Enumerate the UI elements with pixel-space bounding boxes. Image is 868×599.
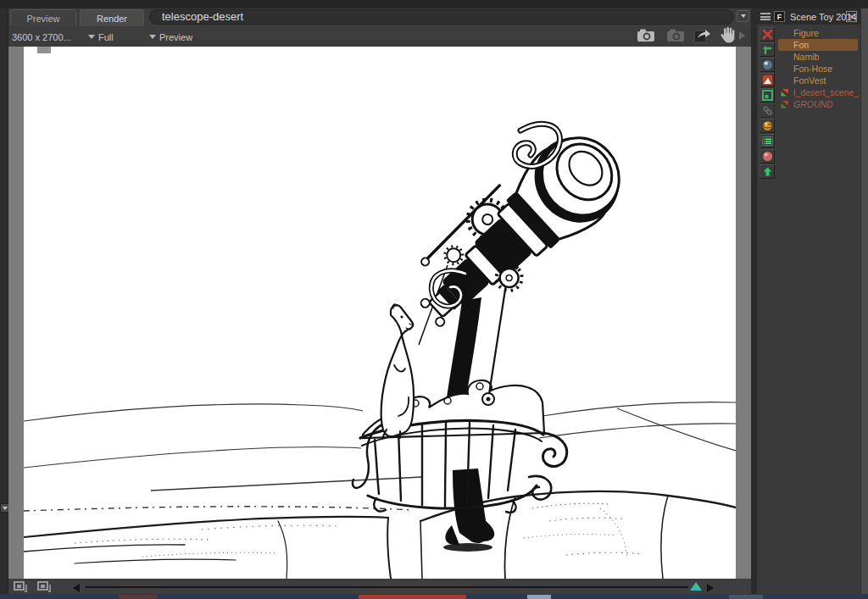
render-canvas[interactable] (24, 47, 736, 579)
window-top-strip (0, 0, 868, 8)
steampunk-telescope (394, 114, 637, 348)
title-dropdown-button[interactable] (737, 10, 749, 22)
canvas-right-scroll-strip[interactable] (736, 47, 751, 579)
preview-mode-label: Preview (159, 32, 192, 42)
scene-item-label: l_desert_scene_1 (793, 87, 864, 97)
rock-texture (75, 503, 643, 559)
export-button[interactable] (692, 26, 712, 43)
pink-sphere-icon (762, 151, 773, 162)
taskbar-segment-light (527, 595, 551, 599)
zoom-mode-label: Full (98, 32, 114, 42)
render-title-input[interactable] (149, 9, 734, 25)
scene-tool-column (758, 27, 777, 180)
image-mountain-icon (762, 75, 773, 86)
chevron-down-icon (741, 14, 746, 18)
scene-item-namib[interactable]: Namib (778, 51, 858, 63)
taskbar-segment-gray (729, 595, 763, 599)
scene-item-figure[interactable]: Figure (778, 27, 858, 39)
scene-item-list: Figure Fon Namib Fon-Hose FonVest l_dese… (778, 27, 858, 110)
camera-disabled-icon (666, 28, 685, 42)
tool-sphere-ring-button[interactable] (760, 119, 775, 133)
image-plane-icon (781, 88, 789, 97)
app-f-icon: F (774, 11, 785, 22)
tool-list-button[interactable] (760, 134, 775, 148)
chevron-down-icon (149, 35, 156, 39)
tool-sphere-pink-button[interactable] (760, 149, 775, 164)
scene-item-label: FonVest (793, 75, 826, 86)
preview-mode-dropdown[interactable]: Preview (149, 31, 192, 42)
timeline-scroll-thumb[interactable] (690, 582, 702, 591)
scene-item-fonvest[interactable]: FonVest (778, 75, 858, 86)
layout-split-view-button[interactable] (37, 581, 52, 592)
scene-item-label: Namib (793, 52, 819, 62)
tab-preview[interactable]: Preview (10, 9, 76, 26)
scene-item-fon[interactable]: Fon (778, 39, 858, 51)
scene-panel-header: F Scene Toy 2014 ✕ (757, 8, 860, 25)
scene-item-label: GROUND (793, 99, 833, 109)
actor-ball-icon (781, 29, 789, 37)
list-icon (762, 136, 773, 147)
camera-icon (637, 28, 655, 42)
actor-ball-icon (781, 53, 789, 61)
sphere-ring-icon (762, 120, 773, 131)
tab-render[interactable]: Render (80, 9, 144, 26)
pan-tool-button[interactable] (716, 26, 737, 43)
corner-arrow-icon (762, 44, 773, 55)
delete-x-icon (762, 29, 773, 40)
foreground-rocks (24, 491, 736, 579)
tool-delete-button[interactable] (760, 27, 775, 42)
tool-link-button-disabled (760, 103, 775, 118)
tool-image-button[interactable] (760, 73, 775, 87)
pan-hand-icon (719, 26, 735, 43)
frame-icon (762, 90, 773, 101)
menu-icon[interactable] (760, 13, 771, 20)
tool-arrow-up-button[interactable] (760, 164, 775, 179)
link-icon (762, 105, 773, 116)
toolbar-next-arrow[interactable] (739, 31, 745, 40)
tool-sphere-button[interactable] (760, 58, 775, 72)
window-shadow (25, 585, 27, 592)
tool-frame-button[interactable] (760, 88, 775, 103)
scene-item-label: Fon (793, 40, 809, 50)
canvas-corner-box (37, 47, 51, 53)
render-artwork (24, 47, 736, 579)
scroll-left-arrow[interactable] (73, 584, 80, 592)
image-plane-dim-icon (781, 100, 789, 108)
scene-item-desert-scene[interactable]: l_desert_scene_1 (778, 86, 858, 98)
zoom-mode-dropdown[interactable]: Full (88, 31, 114, 42)
render-camera-button[interactable] (636, 26, 656, 43)
close-icon[interactable]: ✕ (846, 11, 857, 22)
chevron-down-icon (88, 35, 95, 39)
timeline-scroll-track[interactable] (85, 586, 688, 588)
taskbar-segment-red-dim (119, 595, 157, 599)
arrow-up-icon (762, 166, 773, 177)
panel-divider[interactable] (751, 8, 757, 594)
taskbar-segment-red (359, 595, 466, 599)
scene-item-ground[interactable]: GROUND (778, 98, 858, 110)
window-dropdown-icon (37, 581, 48, 591)
scene-item-label: Fon-Hose (793, 64, 832, 74)
export-arrow-icon (693, 27, 711, 43)
sphere-icon (762, 59, 773, 70)
canvas-left-scroll-strip[interactable] (8, 47, 24, 579)
right-dock-strip (860, 8, 868, 594)
scene-item-fon-hose[interactable]: Fon-Hose (778, 63, 858, 75)
scene-panel: F Scene Toy 2014 ✕ (757, 8, 860, 594)
scene-item-label: Figure (793, 28, 819, 38)
window-shadow (48, 585, 51, 592)
tab-preview-label: Preview (26, 14, 59, 24)
chevron-down-icon (3, 507, 8, 510)
prop-disc-icon (781, 76, 789, 85)
layout-single-view-button[interactable] (14, 581, 28, 592)
prop-disc-icon (781, 64, 789, 73)
desert-dunes (24, 402, 736, 511)
render-camera2-button-disabled (665, 26, 686, 43)
window-icon (14, 581, 25, 591)
scroll-right-arrow[interactable] (707, 584, 714, 592)
actor-ball-icon (781, 41, 789, 49)
taskbar-sliver (0, 594, 868, 599)
tool-enter-group-button[interactable] (760, 42, 775, 57)
meerkat-creature (353, 304, 414, 488)
resolution-label: 3600 x 2700... (12, 31, 71, 42)
tab-render-label: Render (97, 14, 127, 24)
